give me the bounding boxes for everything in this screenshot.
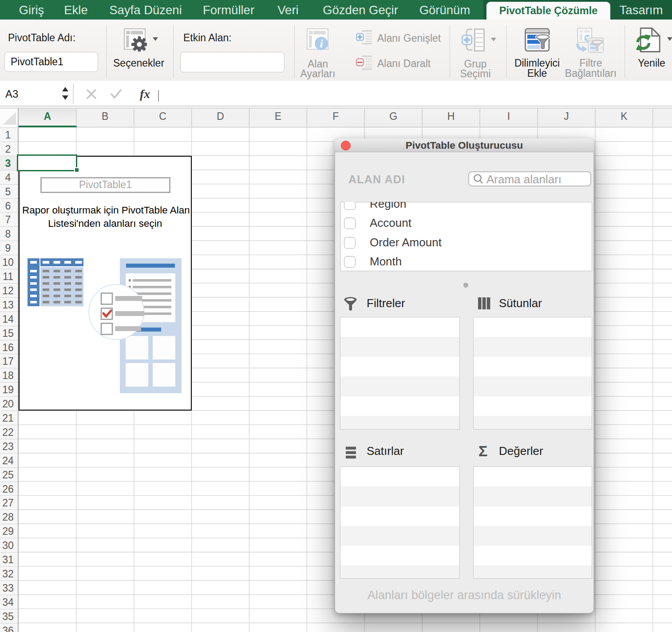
svg-text:i: i — [320, 37, 323, 50]
